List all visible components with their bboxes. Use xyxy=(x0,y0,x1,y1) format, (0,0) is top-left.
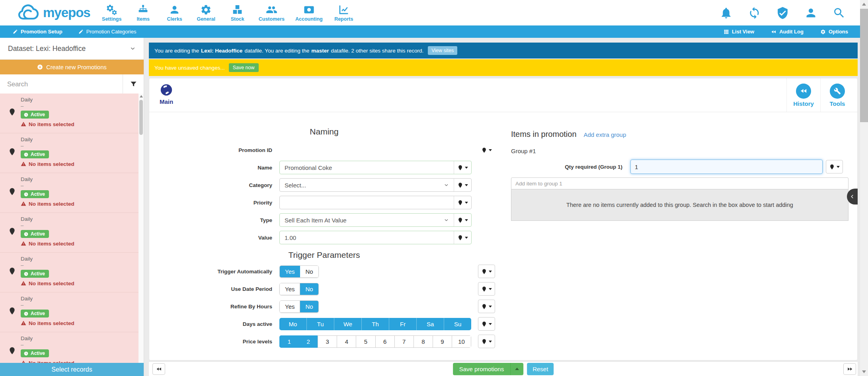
promotion-list-item[interactable]: Daily – Active No items selected xyxy=(0,173,144,213)
page-scrollbar-thumb[interactable] xyxy=(860,9,868,122)
create-new-promotions-button[interactable]: Create new Promotions xyxy=(0,60,144,74)
nav-item[interactable]: Settings xyxy=(101,4,122,22)
toggle-no-button[interactable]: No xyxy=(300,283,318,295)
toggle-pin-dropdown[interactable] xyxy=(478,265,495,278)
price-level-button[interactable]: 2 xyxy=(298,335,318,348)
tools-button[interactable]: Tools xyxy=(820,78,854,112)
search-icon[interactable] xyxy=(833,6,846,19)
sidebar-scrollbar[interactable] xyxy=(138,94,144,363)
history-button[interactable]: History xyxy=(786,78,820,112)
save-options-caret[interactable] xyxy=(510,363,523,375)
priority-pin-dropdown[interactable] xyxy=(454,196,471,209)
warning-text: No items selected xyxy=(21,241,140,247)
day-button[interactable]: Fr xyxy=(389,318,417,330)
name-input[interactable] xyxy=(280,161,454,174)
value-input[interactable] xyxy=(280,231,454,244)
subnav-action[interactable]: Options xyxy=(820,29,848,35)
dataset-selector[interactable]: Dataset: Lexi: Headoffice xyxy=(0,38,144,60)
category-pin-dropdown[interactable] xyxy=(454,179,471,191)
myepos-logo[interactable]: myepos xyxy=(16,4,90,21)
filter-button[interactable] xyxy=(123,74,144,94)
price-level-button[interactable]: 1 xyxy=(279,335,298,348)
next-record-button[interactable] xyxy=(843,363,856,375)
price-level-button[interactable]: 5 xyxy=(356,335,375,348)
nav-item[interactable]: Customers xyxy=(259,4,285,22)
price-level-button[interactable]: 4 xyxy=(337,335,356,348)
subnav-tab[interactable]: Promotion Categories xyxy=(78,29,137,35)
toggle-no-button[interactable]: No xyxy=(300,266,318,277)
type-pin-dropdown[interactable] xyxy=(454,214,471,226)
day-button[interactable]: Sa xyxy=(417,318,444,330)
bell-icon[interactable] xyxy=(720,6,733,19)
type-row: Type Sell Each Item At Value xyxy=(177,213,495,227)
shield-check-icon[interactable] xyxy=(776,6,789,19)
type-select[interactable]: Sell Each Item At Value xyxy=(280,214,454,226)
reset-button[interactable]: Reset xyxy=(527,363,554,375)
days-active-row: Days active MoTuWeThFrSaSu xyxy=(177,317,495,331)
day-button[interactable]: Tu xyxy=(307,318,334,330)
toggle-no-button[interactable]: No xyxy=(300,301,318,312)
warning-triangle-icon xyxy=(21,320,26,326)
name-pin-dropdown[interactable] xyxy=(454,161,471,174)
day-button[interactable]: Su xyxy=(444,318,471,330)
add-item-input[interactable] xyxy=(511,177,848,189)
nav-item[interactable]: Items xyxy=(133,4,154,22)
day-button[interactable]: We xyxy=(334,318,362,330)
toggle-yes-button[interactable]: Yes xyxy=(280,266,300,277)
price-level-button[interactable]: 3 xyxy=(318,335,337,348)
nav-item[interactable]: General xyxy=(196,4,217,22)
priority-input[interactable] xyxy=(280,196,454,209)
nav-item[interactable]: Clerks xyxy=(164,4,185,22)
save-promotions-button[interactable]: Save promotions xyxy=(453,363,524,375)
collapse-panel-toggle[interactable] xyxy=(847,189,858,205)
user-icon[interactable] xyxy=(804,6,817,19)
value-pin-dropdown[interactable] xyxy=(454,231,471,244)
page-scrollbar[interactable] xyxy=(860,0,868,376)
promotion-list-item[interactable]: Daily – Active No items selected xyxy=(0,292,144,332)
clock-icon xyxy=(23,271,29,277)
group-label: Group #1 xyxy=(511,148,848,154)
days-pin-dropdown[interactable] xyxy=(478,317,495,331)
save-now-button[interactable]: Save now xyxy=(229,63,259,72)
price-level-button[interactable]: 9 xyxy=(433,335,452,348)
toggle-yes-button[interactable]: Yes xyxy=(280,283,300,295)
promotion-list-item[interactable]: Daily – Active No items selected xyxy=(0,133,144,173)
promotion-id-row: Promotion ID xyxy=(177,143,495,157)
toggle-pin-dropdown[interactable] xyxy=(478,300,495,313)
cloud-logo-icon xyxy=(16,4,39,21)
promotion-list-item[interactable]: Daily – Active No items selected xyxy=(0,253,144,292)
search-input[interactable] xyxy=(0,74,123,94)
price-level-button[interactable]: 10 xyxy=(452,335,471,348)
subnav-action[interactable]: Audit Log xyxy=(771,29,804,35)
promotion-list-item[interactable]: Daily – Active No items selected xyxy=(0,213,144,253)
name-row: Name xyxy=(177,161,495,174)
sync-icon[interactable] xyxy=(748,6,761,19)
price-pin-dropdown[interactable] xyxy=(478,335,495,348)
sidebar-scrollbar-thumb[interactable] xyxy=(139,100,143,135)
price-level-button[interactable]: 7 xyxy=(394,335,414,348)
toggle-yes-button[interactable]: Yes xyxy=(280,301,300,312)
subnav-tab[interactable]: Promotion Setup xyxy=(13,29,62,35)
previous-record-button[interactable] xyxy=(152,363,165,375)
add-extra-group-link[interactable]: Add extra group xyxy=(584,131,626,138)
subnav-action[interactable]: List View xyxy=(724,29,754,35)
tab-main[interactable]: Main xyxy=(160,83,173,105)
toggle-pin-dropdown[interactable] xyxy=(478,282,495,296)
nav-item[interactable]: Accounting xyxy=(295,4,323,22)
promotion-list-item[interactable]: Daily – Active No items selected xyxy=(0,94,144,133)
nav-item[interactable]: Reports xyxy=(334,4,354,22)
day-button[interactable]: Mo xyxy=(279,318,307,330)
promotion-id-pin-dropdown[interactable] xyxy=(478,147,495,153)
view-sites-button[interactable]: View sites xyxy=(428,46,457,55)
promotion-list-item[interactable]: Daily – Active No items selected xyxy=(0,332,144,363)
price-level-button[interactable]: 6 xyxy=(375,335,394,348)
price-level-button[interactable]: 8 xyxy=(414,335,433,348)
promotion-title: Daily xyxy=(21,176,140,182)
qty-pin-dropdown[interactable] xyxy=(826,160,843,173)
day-button[interactable]: Th xyxy=(362,318,389,330)
nav-item[interactable]: Stock xyxy=(227,4,248,22)
select-records-button[interactable]: Select records xyxy=(0,363,144,376)
promotion-title: Daily xyxy=(21,216,140,222)
category-select[interactable]: Select... xyxy=(280,179,454,191)
qty-required-input[interactable] xyxy=(630,160,823,174)
